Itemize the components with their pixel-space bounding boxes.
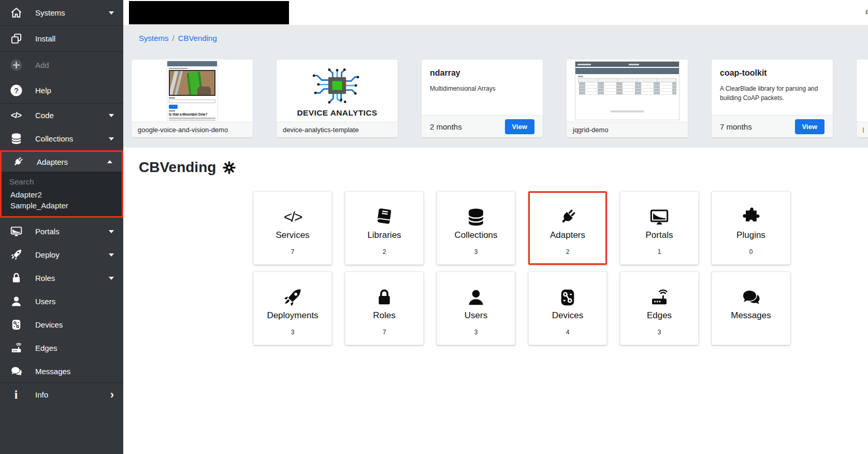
rocket-icon [282, 286, 303, 309]
adapter-search-input[interactable] [2, 174, 122, 189]
home-icon [8, 6, 24, 20]
info-icon: i [8, 388, 24, 402]
puzzle-icon [741, 206, 761, 229]
sidebar-item-label: Devices [35, 320, 63, 329]
card-label: jqgrid-demo [573, 126, 609, 134]
card-age: 7 months [720, 122, 752, 131]
database-icon [466, 206, 486, 229]
adapters-highlight-box: AdaptersAdapter2Sample_Adapter [0, 150, 123, 218]
sidebar-item-deploy[interactable]: Deploy [0, 243, 123, 266]
sidebar-item-adapters[interactable]: Adapters [2, 152, 122, 172]
plus-circle-icon [8, 58, 24, 72]
caret-down-icon [109, 11, 114, 15]
svg-text:?: ? [14, 87, 19, 95]
user-menu-partial[interactable]: a [865, 7, 868, 16]
main-area: a Systems/CBVending Is that a Mountain D… [123, 0, 868, 454]
card-label: device-analytics-template [283, 126, 359, 134]
asset-tile-adapters[interactable]: Adapters2 [528, 191, 607, 265]
monitor-icon [649, 206, 670, 229]
sidebar-item-label: Edges [35, 344, 57, 352]
asset-tile-devices[interactable]: Devices4 [528, 272, 607, 345]
store-card-partial[interactable] [857, 60, 868, 137]
card-label: google-voice-and-vision-demo [138, 126, 228, 134]
store-card-coap-toolkit[interactable]: coap-toolkitA ClearBlade library for par… [712, 60, 833, 137]
sidebar-item-label: Add [35, 61, 49, 69]
router-icon [8, 341, 24, 356]
card-description: A ClearBlade library for parsing and bui… [720, 84, 824, 103]
breadcrumb-link-systems[interactable]: Systems [139, 34, 169, 42]
thumbnail-caption: Is that a Mountain Dew? [169, 112, 215, 117]
view-button[interactable]: View [505, 119, 534, 134]
sidebar-subitem-adapter2[interactable]: Adapter2 [2, 189, 122, 200]
sidebar-item-collections[interactable]: Collections [0, 127, 123, 150]
tile-label: Users [465, 310, 487, 321]
store-card-jqgrid-demo[interactable]: jqgrid-demo [567, 60, 688, 137]
tile-count: 1 [658, 248, 661, 256]
card-thumbnail-google-voice: Is that a Mountain Dew? [167, 61, 217, 120]
sidebar-item-code[interactable]: </>Code [0, 104, 123, 127]
sidebar-item-add[interactable]: Add [0, 52, 123, 78]
topbar: a [123, 0, 868, 25]
card-thumbnail-device-analytics: DEVICE ANALYTICS [282, 64, 392, 118]
card-title: coap-toolkit [720, 68, 824, 78]
plug-icon [9, 154, 26, 169]
sidebar-item-roles[interactable]: Roles [0, 266, 123, 290]
sidebar-item-edges[interactable]: Edges [0, 336, 123, 360]
sidebar-item-devices[interactable]: Devices [0, 313, 123, 336]
code-icon: </> [284, 206, 301, 229]
caret-down-icon [109, 114, 114, 117]
gamepad-icon [557, 286, 578, 309]
help-circle-icon: ? [8, 83, 24, 98]
tile-count: 3 [291, 329, 295, 336]
tile-count: 2 [383, 248, 386, 256]
tile-label: Libraries [367, 230, 401, 240]
chat-icon [741, 286, 761, 309]
sidebar-item-messages[interactable]: Messages [0, 360, 123, 383]
asset-tile-deployments[interactable]: Deployments3 [253, 272, 332, 345]
sidebar-item-label: Info [35, 390, 48, 399]
sidebar-item-label: Adapters [37, 158, 68, 166]
caret-down-icon [109, 277, 114, 280]
gamepad-icon [8, 318, 24, 332]
asset-tile-plugins[interactable]: Plugins0 [712, 191, 790, 265]
asset-tile-messages[interactable]: Messages [712, 272, 790, 345]
tile-label: Plugins [736, 230, 765, 240]
sidebar-item-systems[interactable]: Systems [0, 0, 123, 26]
asset-tile-roles[interactable]: Roles7 [345, 272, 424, 345]
code-icon: </> [8, 108, 24, 123]
gear-icon[interactable] [222, 161, 236, 175]
partial-thumb-glyph [863, 127, 864, 133]
asset-tile-libraries[interactable]: Libraries2 [345, 191, 424, 265]
breadcrumb-link-cbvending[interactable]: CBVending [178, 34, 217, 42]
chat-icon [8, 364, 24, 378]
sidebar-subitem-sample-adapter[interactable]: Sample_Adapter [2, 200, 122, 211]
store-section: Systems/CBVending Is that a Mountain Dew… [123, 25, 868, 148]
adapters-submenu: Adapter2Sample_Adapter [2, 172, 122, 216]
rocket-icon [8, 248, 24, 262]
asset-tile-services[interactable]: </>Services7 [253, 191, 332, 265]
store-card-device-analytics-template[interactable]: DEVICE ANALYTICSdevice-analytics-templat… [277, 60, 398, 137]
card-thumbnail-jqgrid [575, 61, 679, 120]
sidebar-item-help[interactable]: ?Help [0, 78, 123, 104]
asset-tile-users[interactable]: Users3 [437, 272, 515, 345]
tile-count: 0 [749, 248, 753, 256]
store-card-ndarray[interactable]: ndarrayMultidimensional Arrays2 monthsVi… [422, 60, 543, 137]
tile-label: Portals [646, 230, 673, 240]
store-card-google-voice-and-vision-demo[interactable]: Is that a Mountain Dew?google-voice-and-… [132, 60, 253, 137]
sidebar-item-label: Help [35, 86, 51, 95]
tile-count: 3 [474, 329, 478, 336]
sidebar-item-install[interactable]: Install [0, 26, 123, 52]
asset-tile-portals[interactable]: Portals1 [620, 191, 699, 265]
asset-tile-edges[interactable]: Edges3 [620, 272, 699, 345]
sidebar-item-portals[interactable]: Portals [0, 220, 123, 243]
sidebar-nav: SystemsInstallAdd?Help</>CodeCollections… [0, 0, 123, 406]
view-button[interactable]: View [795, 119, 824, 134]
asset-tile-collections[interactable]: Collections3 [437, 191, 515, 265]
lock-icon [374, 286, 395, 309]
circuit-logo-art [305, 64, 369, 107]
tile-label: Edges [647, 310, 672, 321]
sidebar-item-info[interactable]: iInfo› [0, 383, 123, 406]
tile-label: Messages [731, 310, 771, 321]
sidebar-item-users[interactable]: Users [0, 290, 123, 313]
book-icon [374, 206, 395, 229]
